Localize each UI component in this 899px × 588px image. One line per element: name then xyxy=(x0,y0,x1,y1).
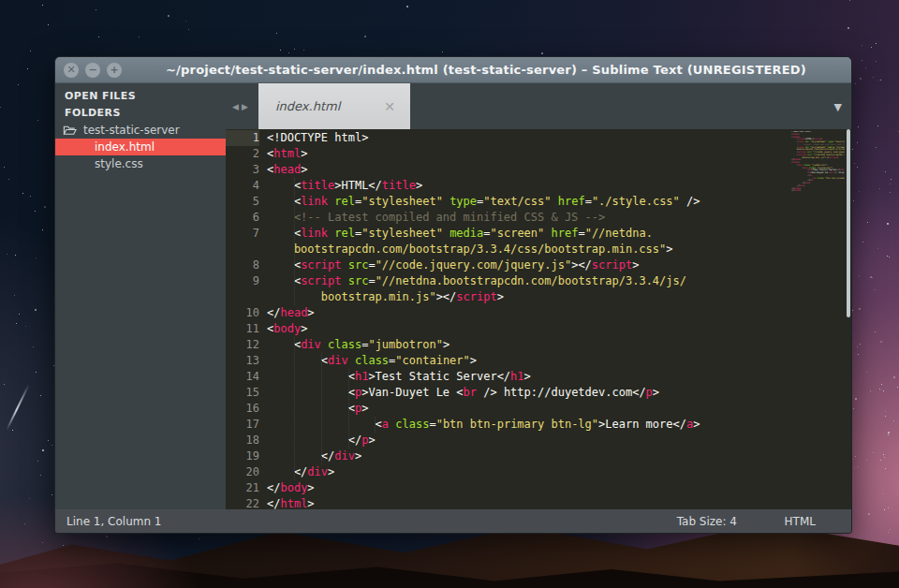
code-line[interactable]: bootstrapcdn.com/bootstrap/3.3.4/css/boo… xyxy=(226,242,851,257)
sidebar: OPEN FILES FOLDERS test-static-server in… xyxy=(55,83,226,509)
folders-header[interactable]: FOLDERS xyxy=(55,105,226,122)
code-line[interactable]: 22</html> xyxy=(226,496,851,509)
tab-label: index.html xyxy=(275,99,340,113)
sidebar-folder-test-static-server[interactable]: test-static-server xyxy=(55,122,226,139)
line-number: 1 xyxy=(226,130,259,146)
line-number: 20 xyxy=(226,464,259,480)
vertical-scrollbar[interactable] xyxy=(847,129,850,317)
tab-overflow-icon[interactable]: ▼ xyxy=(834,100,842,112)
line-number: 22 xyxy=(226,496,259,509)
line-number: 17 xyxy=(226,417,259,433)
code-text: <p> xyxy=(259,401,368,417)
code-text: </div> xyxy=(259,464,334,480)
code-line[interactable]: 13 <div class="container"> xyxy=(226,353,851,369)
code-text: <a class="btn btn-primary btn-lg">Learn … xyxy=(259,417,700,433)
code-line[interactable]: 8 <script src="//code.jquery.com/jquery.… xyxy=(226,257,851,273)
open-folder-icon xyxy=(63,125,77,136)
code-line[interactable]: 21</body> xyxy=(226,480,851,496)
code-line[interactable]: 6 <!-- Latest compiled and minified CSS … xyxy=(226,210,851,226)
code-line[interactable]: bootstrap.min.js"></script> xyxy=(226,289,851,305)
maximize-window-icon[interactable]: + xyxy=(107,63,122,78)
syntax-indicator[interactable]: HTML xyxy=(785,515,816,528)
code-text: <title>HTML</title> xyxy=(259,178,422,194)
indent-guide xyxy=(294,337,295,480)
tab-close-icon[interactable]: ✕ xyxy=(384,99,395,114)
code-text: bootstrap.min.js"></script> xyxy=(259,289,504,305)
code-text: </div> xyxy=(259,448,361,464)
line-number: 13 xyxy=(226,353,259,369)
minimize-window-icon[interactable]: − xyxy=(85,63,100,78)
code-text: </p> xyxy=(259,433,376,448)
indent-guide xyxy=(294,178,295,305)
cursor-position[interactable]: Line 1, Column 1 xyxy=(66,515,162,528)
tab-size-indicator[interactable]: Tab Size: 4 xyxy=(677,515,737,528)
code-line[interactable]: 18 </p> xyxy=(226,433,851,448)
minimap[interactable]: <!DOCTYPE html><html><head> <title>HTML<… xyxy=(790,131,845,194)
code-line[interactable]: 15 <p>Van-Duyet Le <br /> http://duyetde… xyxy=(226,385,851,401)
code-line[interactable]: 14 <h1>Test Static Server</h1> xyxy=(226,369,851,385)
code-text: <body> xyxy=(259,321,307,337)
code-line[interactable]: 2<html> xyxy=(226,146,851,162)
sidebar-item-style.css[interactable]: style.css xyxy=(55,155,226,172)
line-number: 9 xyxy=(226,273,259,289)
title-bar[interactable]: ✕ − + ~/project/test-static-server/index… xyxy=(55,57,851,83)
indent-guide xyxy=(375,417,376,433)
code-line[interactable]: 17 <a class="btn btn-primary btn-lg">Lea… xyxy=(226,417,851,433)
status-bar: Line 1, Column 1 Tab Size: 4 HTML xyxy=(55,509,851,533)
line-number: 19 xyxy=(226,448,259,464)
sidebar-file-list: index.htmlstyle.css xyxy=(55,139,226,172)
code-text: <!-- Latest compiled and minified CSS & … xyxy=(259,210,605,226)
code-line[interactable]: 12 <div class="jumbotron"> xyxy=(226,337,851,353)
sidebar-item-index.html[interactable]: index.html xyxy=(55,139,226,155)
tab-scroll-right-icon[interactable]: ▶ xyxy=(242,102,251,111)
line-number: 3 xyxy=(226,162,259,178)
sublime-text-window: ✕ − + ~/project/test-static-server/index… xyxy=(54,56,852,534)
open-files-header[interactable]: OPEN FILES xyxy=(55,88,226,105)
code-line[interactable]: 20 </div> xyxy=(226,464,851,480)
line-number: 7 xyxy=(226,226,259,242)
line-number: 6 xyxy=(226,210,259,226)
indent-guide xyxy=(348,369,349,448)
tab-index-html[interactable]: index.html ✕ xyxy=(258,83,410,129)
tab-scroll-left-icon[interactable]: ◀ xyxy=(232,102,242,111)
line-number: 16 xyxy=(226,401,259,417)
code-text: <head> xyxy=(259,162,307,178)
close-window-icon[interactable]: ✕ xyxy=(64,63,79,78)
code-text: <script src="//netdna.bootstrapcdn.com/b… xyxy=(259,273,686,289)
code-text: <div class="jumbotron"> xyxy=(259,337,450,353)
minimap-line: </html> xyxy=(790,190,845,193)
code-line[interactable]: 10</head> xyxy=(226,305,851,321)
code-text: bootstrapcdn.com/bootstrap/3.3.4/css/boo… xyxy=(259,242,673,257)
indent-guide xyxy=(321,353,322,464)
line-number: 10 xyxy=(226,305,259,321)
line-number: 5 xyxy=(226,194,259,210)
line-number: 15 xyxy=(226,385,259,401)
code-text: <script src="//code.jquery.com/jquery.js… xyxy=(259,257,639,273)
code-line[interactable]: 16 <p> xyxy=(226,401,851,417)
code-line[interactable]: 9 <script src="//netdna.bootstrapcdn.com… xyxy=(226,273,851,289)
tab-scroll-arrows[interactable]: ◀▶ xyxy=(232,102,251,111)
line-number xyxy=(226,289,259,305)
line-number: 12 xyxy=(226,337,259,353)
line-number: 8 xyxy=(226,257,259,273)
code-line[interactable]: 19 </div> xyxy=(226,448,851,464)
desktop: ✕ − + ~/project/test-static-server/index… xyxy=(0,0,899,588)
code-line[interactable]: 5 <link rel="stylesheet" type="text/css"… xyxy=(226,194,851,210)
code-text: <p>Van-Duyet Le <br /> http://duyetdev.c… xyxy=(259,385,659,401)
line-number xyxy=(226,242,259,257)
code-editor[interactable]: 1<!DOCTYPE html>2<html>3<head>4 <title>H… xyxy=(226,129,851,509)
code-text: <link rel="stylesheet" media="screen" hr… xyxy=(259,226,653,242)
code-line[interactable]: 7 <link rel="stylesheet" media="screen" … xyxy=(226,226,851,242)
code-line[interactable]: 4 <title>HTML</title> xyxy=(226,178,851,194)
line-number: 21 xyxy=(226,480,259,496)
code-line[interactable]: 1<!DOCTYPE html> xyxy=(226,130,851,146)
code-text: <h1>Test Static Server</h1> xyxy=(259,369,531,385)
code-text: </html> xyxy=(790,190,801,193)
code-text: <div class="container"> xyxy=(259,353,477,369)
tab-bar: ◀▶ index.html ✕ ▼ xyxy=(226,83,851,129)
code-line[interactable]: 3<head> xyxy=(226,162,851,178)
code-text: </body> xyxy=(259,480,315,496)
code-text: <link rel="stylesheet" type="text/css" h… xyxy=(259,194,700,210)
code-line[interactable]: 11<body> xyxy=(226,321,851,337)
line-number: 4 xyxy=(226,178,259,194)
